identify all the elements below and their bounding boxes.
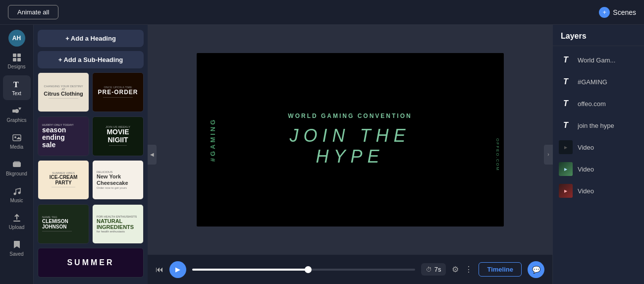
sidebar-background-label: Bkground bbox=[6, 171, 27, 176]
svg-point-14 bbox=[18, 192, 20, 194]
layer-label: Video bbox=[578, 166, 594, 173]
svg-text:T: T bbox=[13, 80, 19, 89]
layer-item-world-gam[interactable]: T World Gam... bbox=[553, 49, 644, 71]
top-bar-left: Animate all bbox=[8, 5, 58, 19]
canvas-right-text: OFFEO.COM bbox=[495, 138, 500, 171]
grid-icon bbox=[12, 53, 22, 62]
more-options-button[interactable]: ⋮ bbox=[465, 265, 473, 274]
template-citrus[interactable]: CHANGING YOUR DESTINY AT Citrus Clothing… bbox=[38, 72, 89, 112]
svg-point-5 bbox=[15, 109, 19, 113]
scenes-label: Scenes bbox=[613, 8, 636, 16]
music-icon bbox=[12, 186, 22, 196]
svg-rect-12 bbox=[14, 161, 20, 162]
scenes-button[interactable]: + Scenes bbox=[599, 7, 636, 18]
svg-rect-6 bbox=[12, 110, 15, 113]
svg-marker-10 bbox=[16, 137, 21, 139]
animate-all-button[interactable]: Animate all bbox=[8, 5, 58, 19]
layer-text-icon: T bbox=[559, 53, 573, 67]
layer-label: World Gam... bbox=[578, 57, 615, 64]
time-value: 7s bbox=[434, 266, 441, 273]
graphics-icon bbox=[12, 106, 22, 116]
timeline-button[interactable]: Timeline bbox=[479, 262, 522, 277]
template-clemison[interactable]: NAME TAG CLEMISON JOHNSON —————————— bbox=[38, 204, 89, 244]
layer-label: #GAMING bbox=[578, 78, 607, 86]
sidebar-item-graphics[interactable]: Graphics bbox=[3, 102, 31, 127]
timeline-track[interactable] bbox=[192, 269, 415, 271]
layers-expand-button[interactable]: › bbox=[544, 145, 553, 165]
upload-icon bbox=[12, 213, 22, 223]
svg-rect-3 bbox=[17, 58, 21, 61]
layer-text-icon: T bbox=[559, 75, 573, 89]
chat-button[interactable]: 💬 bbox=[528, 261, 544, 278]
icon-sidebar: AH Designs T Text Graphics bbox=[0, 25, 34, 284]
sidebar-graphics-label: Graphics bbox=[6, 117, 26, 123]
scenes-icon: + bbox=[599, 7, 610, 18]
sidebar-saved-label: Saved bbox=[9, 251, 23, 257]
template-season[interactable]: HURRY! ONLY TODAY! seasonendingsale bbox=[38, 116, 89, 156]
layer-item-video-3[interactable]: ▶ Video bbox=[553, 180, 644, 202]
layer-text-icon: T bbox=[559, 118, 573, 132]
canvas-main-hype: JOIN THE HYPE bbox=[273, 125, 427, 167]
sidebar-item-upload[interactable]: Upload bbox=[3, 209, 31, 234]
layer-label: Video bbox=[578, 187, 594, 195]
add-subheading-button[interactable]: + Add a Sub-Heading bbox=[38, 51, 144, 68]
layer-video-thumb-1: ▶ bbox=[559, 140, 573, 154]
layer-label: join the hype bbox=[578, 122, 614, 129]
layers-header: Layers bbox=[553, 25, 644, 46]
add-heading-button[interactable]: + Add a Heading bbox=[38, 30, 144, 47]
template-icecream[interactable]: SUMMER VIBES ICE-CREAMPARTY ———————— bbox=[38, 160, 89, 200]
top-bar: Animate all + Scenes bbox=[0, 0, 644, 25]
svg-rect-1 bbox=[17, 54, 21, 57]
template-grid: CHANGING YOUR DESTINY AT Citrus Clothing… bbox=[38, 72, 144, 279]
layer-item-video-1[interactable]: ▶ Video bbox=[553, 136, 644, 158]
svg-rect-2 bbox=[13, 58, 16, 61]
sidebar-media-label: Media bbox=[10, 144, 23, 150]
svg-point-13 bbox=[13, 193, 16, 195]
layer-item-offeo[interactable]: T offeo.com bbox=[553, 93, 644, 114]
svg-rect-11 bbox=[13, 162, 21, 167]
template-preorder[interactable]: ONCE UPON A TIME PRE-ORDER —————————— bbox=[92, 72, 144, 112]
text-panel: + Add a Heading + Add a Sub-Heading CHAN… bbox=[34, 25, 148, 284]
top-bar-right: + Scenes bbox=[599, 7, 636, 18]
layers-list: T World Gam... T #GAMING T offeo.com T j… bbox=[553, 46, 644, 284]
sidebar-item-designs[interactable]: Designs bbox=[3, 49, 31, 73]
timeline-handle[interactable] bbox=[305, 266, 312, 273]
sidebar-item-media[interactable]: Media bbox=[3, 129, 31, 154]
timeline-progress bbox=[192, 269, 308, 271]
sidebar-music-label: Music bbox=[10, 198, 23, 203]
canvas-area: ◀ #GAMING WORLD GAMING CONVENTION JOIN T… bbox=[148, 25, 552, 284]
template-cheesecake[interactable]: DELICIOUS New YorkCheesecake Order now t… bbox=[92, 160, 144, 200]
sidebar-item-music[interactable]: Music bbox=[3, 182, 31, 207]
main-layout: AH Designs T Text Graphics bbox=[0, 25, 644, 284]
sidebar-item-background[interactable]: Bkground bbox=[3, 156, 31, 180]
layer-item-gaming[interactable]: T #GAMING bbox=[553, 71, 644, 93]
play-button[interactable]: ▶ bbox=[169, 261, 186, 278]
layer-video-thumb-2: ▶ bbox=[559, 162, 573, 176]
canvas-center-content: WORLD GAMING CONVENTION JOIN THE HYPE bbox=[273, 113, 427, 167]
settings-button[interactable]: ⚙ bbox=[452, 265, 459, 274]
canvas-vertical-text: #GAMING bbox=[209, 117, 216, 162]
svg-rect-15 bbox=[13, 221, 20, 222]
timeline-bar: ⏮ ▶ ⏱ 7s ⚙ ⋮ Timeline 💬 bbox=[148, 254, 552, 284]
avatar[interactable]: AH bbox=[8, 30, 25, 47]
sidebar-designs-label: Designs bbox=[7, 64, 25, 69]
layer-item-video-2[interactable]: ▶ Video bbox=[553, 158, 644, 180]
text-icon: T bbox=[12, 79, 22, 89]
layer-item-jointhehype[interactable]: T join the hype bbox=[553, 114, 644, 136]
layers-panel: Layers T World Gam... T #GAMING T offeo.… bbox=[552, 25, 644, 284]
canvas-subtitle: WORLD GAMING CONVENTION bbox=[273, 113, 427, 119]
canvas-wrapper: #GAMING WORLD GAMING CONVENTION JOIN THE… bbox=[148, 25, 552, 254]
canvas-collapse-button[interactable]: ◀ bbox=[148, 145, 157, 165]
background-icon bbox=[12, 160, 22, 170]
bookmark-icon bbox=[12, 240, 22, 250]
video-canvas[interactable]: #GAMING WORLD GAMING CONVENTION JOIN THE… bbox=[197, 53, 504, 227]
sidebar-text-label: Text bbox=[12, 91, 21, 96]
layer-video-thumb-3: ▶ bbox=[559, 184, 573, 198]
skip-back-button[interactable]: ⏮ bbox=[156, 265, 163, 274]
sidebar-item-text[interactable]: T Text bbox=[3, 75, 31, 100]
layer-label: offeo.com bbox=[578, 100, 606, 108]
template-summer[interactable]: SUMMER bbox=[38, 248, 144, 278]
template-natural[interactable]: FOR HEALTH ENTHUSIASTS NATURALINGREDIENT… bbox=[92, 204, 144, 244]
sidebar-item-saved[interactable]: Saved bbox=[3, 236, 31, 261]
template-movie[interactable]: JOIN US WEEKLY MOVIENIGIIT —————— bbox=[92, 116, 144, 156]
